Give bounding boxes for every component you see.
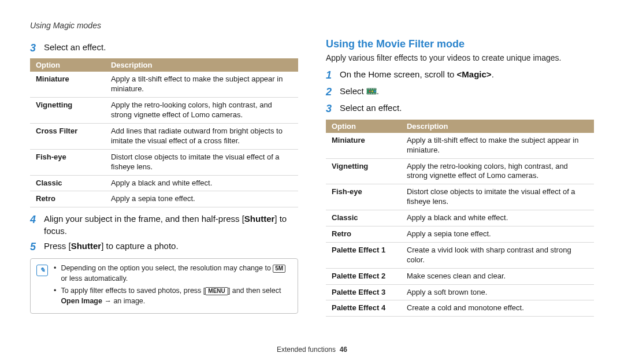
option-name: Fish-eye [326,184,401,210]
page-number: 46 [340,346,347,354]
movie-filter-icon [366,87,377,95]
svg-rect-10 [371,93,372,94]
text-bold: Open Image [61,297,102,305]
option-name: Palette Effect 2 [326,268,401,284]
option-desc: Apply a soft brown tone. [401,284,594,300]
text-part: ] to capture a photo. [101,241,178,251]
option-desc: Create a cold and monotone effect. [401,300,594,317]
note-icon: ✎ [36,265,48,276]
step-3: 3 Select an effect. [326,102,594,116]
note-item: Depending on the option you select, the … [54,263,292,284]
page: Using Magic modes 3 Select an effect. Op… [0,0,624,364]
text-part: Press [ [44,241,71,251]
option-desc: Apply a black and white effect. [105,175,298,191]
page-footer: Extended functions 46 [0,346,624,354]
table-row: Palette Effect 3Apply a soft brown tone. [326,284,594,300]
table-row: Palette Effect 1Create a vivid look with… [326,242,594,268]
option-name: Miniature [326,133,401,158]
step-1: 1 On the Home screen, scroll to <Magic>. [326,69,594,82]
table-row: MiniatureApply a tilt-shift effect to ma… [326,133,594,158]
option-name: Miniature [30,72,105,97]
option-name: Vignetting [30,98,105,124]
table-row: RetroApply a sepia tone effect. [326,226,594,243]
svg-point-14 [372,90,373,92]
table-row: Fish-eye Distort close objects to imitat… [30,149,298,175]
col-header-description: Description [401,120,594,133]
option-name: Retro [30,191,105,207]
table-row: ClassicApply a black and white effect. [326,210,594,226]
svg-rect-5 [371,88,372,90]
option-name: Palette Effect 3 [326,284,401,300]
note-box: ✎ Depending on the option you select, th… [30,258,298,314]
option-name: Vignetting [326,158,401,184]
svg-point-15 [374,90,376,92]
option-desc: Apply the retro-looking colors, high con… [401,158,594,184]
option-desc: Create a vivid look with sharp contrast … [401,242,594,268]
svg-rect-8 [367,93,369,94]
step-text: Press [Shutter] to capture a photo. [44,240,179,252]
text-part: Select [340,86,366,96]
svg-rect-11 [373,93,374,94]
step-number: 2 [326,86,334,99]
step-text: Align your subject in the frame, and the… [44,213,298,237]
svg-rect-6 [373,88,374,90]
option-name: Classic [30,175,105,191]
option-desc: Add lines that radiate outward from brig… [105,123,298,149]
table-row: Retro Apply a sepia tone effect. [30,191,298,207]
svg-rect-12 [374,93,376,94]
step-2: 2 Select . [326,86,594,99]
footer-section: Extended functions [277,346,336,354]
option-name: Palette Effect 4 [326,300,401,317]
svg-point-13 [369,90,370,92]
text-part: . [492,69,494,79]
left-column: 3 Select an effect. Option Description M… [30,38,298,322]
col-header-option: Option [326,120,401,133]
text-part: → an image. [102,297,145,305]
menu-badge: MENU [205,287,228,295]
step-text: Select an effect. [340,102,402,114]
svg-rect-4 [369,88,370,90]
text-bold: <Magic> [457,69,492,79]
text-part: On the Home screen, scroll to [340,69,457,79]
table-row: Vignetting Apply the retro-looking color… [30,98,298,124]
option-desc: Apply the retro-looking colors, high con… [105,98,298,124]
option-desc: Apply a tilt-shift effect to make the su… [105,72,298,97]
step-number: 4 [30,213,38,226]
table-row: VignettingApply the retro-looking colors… [326,158,594,184]
right-column: Using the Movie Filter mode Apply variou… [326,38,594,322]
text-bold: Shutter [71,241,102,251]
option-name: Palette Effect 1 [326,242,401,268]
step-number: 3 [326,102,334,116]
table-row: Miniature Apply a tilt-shift effect to m… [30,72,298,97]
text-part: or less automatically. [61,274,128,283]
movie-filter-table: Option Description MiniatureApply a tilt… [326,120,594,317]
text-bold: Shutter [244,214,275,224]
svg-rect-9 [369,93,370,94]
text-part: Depending on the option you select, the … [61,264,273,272]
text-part: ] and then select [228,287,281,295]
table-row: Fish-eyeDistort close objects to imitate… [326,184,594,210]
option-desc: Apply a black and white effect. [401,210,594,226]
two-column-layout: 3 Select an effect. Option Description M… [30,38,594,322]
option-name: Fish-eye [30,149,105,175]
option-desc: Make scenes clean and clear. [401,268,594,284]
step-number: 3 [30,42,38,55]
table-row: Classic Apply a black and white effect. [30,175,298,191]
option-desc: Apply a sepia tone effect. [105,191,298,207]
step-text: Select . [340,86,379,97]
step-number: 1 [326,69,334,82]
section-title: Using the Movie Filter mode [326,38,594,50]
col-header-option: Option [30,58,105,72]
note-list: Depending on the option you select, the … [54,263,292,309]
svg-rect-3 [367,88,369,90]
resolution-badge: 5M [273,265,285,273]
option-desc: Apply a sepia tone effect. [401,226,594,243]
table-row: Cross Filter Add lines that radiate outw… [30,123,298,149]
option-name: Retro [326,226,401,243]
text-part: Align your subject in the frame, and the… [44,214,244,224]
option-name: Cross Filter [30,123,105,149]
text-part: . [377,86,379,96]
note-item: To apply filter effects to saved photos,… [54,286,292,306]
svg-rect-7 [374,88,376,90]
step-text: Select an effect. [44,42,106,53]
